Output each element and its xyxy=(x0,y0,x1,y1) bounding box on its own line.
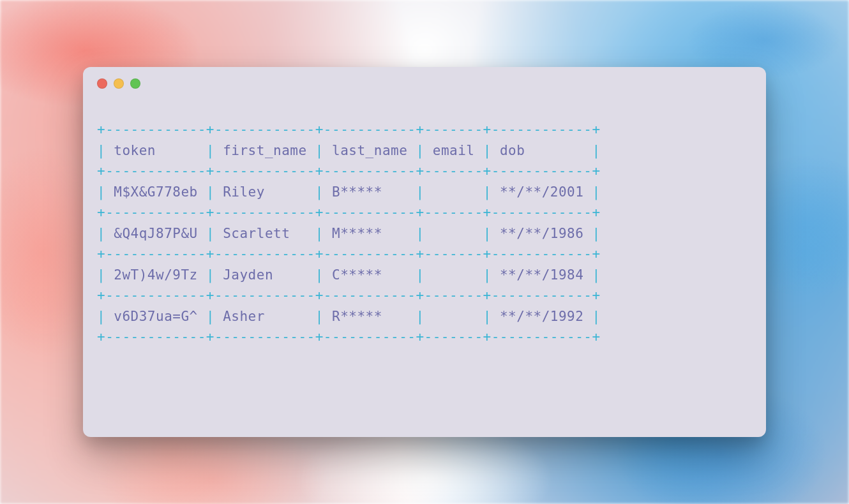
close-icon[interactable] xyxy=(97,78,107,89)
titlebar[interactable] xyxy=(83,67,766,100)
terminal-window: +------------+------------+-----------+-… xyxy=(83,67,766,437)
terminal-output: +------------+------------+-----------+-… xyxy=(83,100,766,360)
minimize-icon[interactable] xyxy=(114,78,124,89)
maximize-icon[interactable] xyxy=(130,78,140,89)
